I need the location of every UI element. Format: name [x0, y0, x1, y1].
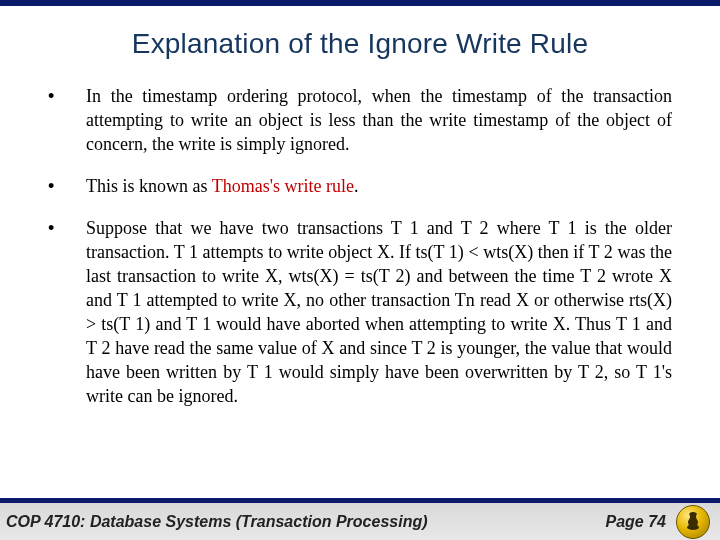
footer-bar: COP 4710: Database Systems (Transaction … [0, 498, 720, 540]
bullet-dot: • [48, 174, 86, 198]
bullet-item: •This is known as Thomas's write rule. [48, 174, 672, 198]
text-run: . [354, 176, 359, 196]
bullet-list: •In the timestamp ordering protocol, whe… [48, 84, 672, 408]
text-run: This is known as [86, 176, 212, 196]
bullet-text: In the timestamp ordering protocol, when… [86, 84, 672, 156]
footer-course: COP 4710: Database Systems (Transaction … [6, 513, 606, 531]
title-text: Explanation of the Ignore Write Rule [132, 28, 589, 59]
bullet-text: Suppose that we have two transactions T … [86, 216, 672, 408]
text-run: In the timestamp ordering protocol, when… [86, 86, 672, 154]
bullet-item: •In the timestamp ordering protocol, whe… [48, 84, 672, 156]
slide-title: Explanation of the Ignore Write Rule [48, 28, 672, 60]
bullet-dot: • [48, 216, 86, 408]
slide-body: Explanation of the Ignore Write Rule •In… [0, 6, 720, 498]
footer-page: Page 74 [606, 513, 666, 531]
bullet-item: •Suppose that we have two transactions T… [48, 216, 672, 408]
ucf-logo-icon [676, 505, 710, 539]
highlight-text: Thomas's write rule [212, 176, 354, 196]
text-run: Suppose that we have two transactions T … [86, 218, 672, 406]
bullet-text: This is known as Thomas's write rule. [86, 174, 672, 198]
bullet-dot: • [48, 84, 86, 156]
